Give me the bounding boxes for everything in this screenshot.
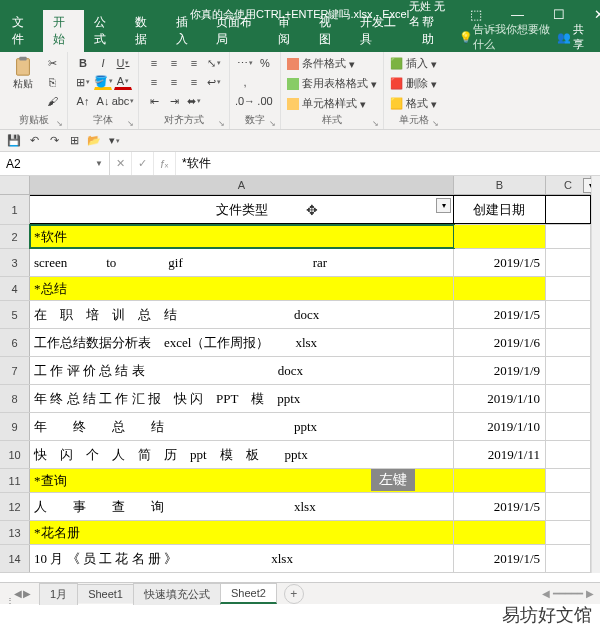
sheet-tab-1[interactable]: 1月	[39, 583, 78, 605]
cell[interactable]	[546, 301, 591, 328]
cell[interactable]	[454, 521, 546, 544]
sheet-nav-next-icon[interactable]: ▶	[23, 588, 31, 599]
qat-new-icon[interactable]: ⊞	[66, 133, 82, 149]
cell[interactable]: 2019/1/9	[454, 357, 546, 384]
row-header[interactable]: 5	[0, 301, 30, 328]
paste-button[interactable]: 粘贴	[6, 55, 40, 91]
row-header[interactable]: 13	[0, 521, 30, 544]
cell[interactable]	[546, 521, 591, 544]
table-format-button[interactable]: 套用表格格式 ▾	[287, 75, 377, 92]
delete-cells-button[interactable]: 🟥 删除 ▾	[390, 75, 437, 92]
font-color-button[interactable]: A	[114, 74, 132, 90]
bold-button[interactable]: B	[74, 55, 92, 71]
number-format-button[interactable]: ⋯	[236, 55, 254, 71]
enter-formula-button[interactable]: ✓	[132, 152, 154, 175]
tab-page-layout[interactable]: 页面布局	[206, 10, 268, 52]
font-grow-button[interactable]: A↑	[74, 93, 92, 109]
row-header[interactable]: 2	[0, 225, 30, 248]
wrap-text-button[interactable]: ↩	[205, 74, 223, 90]
vertical-scrollbar[interactable]	[591, 176, 600, 573]
cell[interactable]: 2019/1/6	[454, 329, 546, 356]
border-button[interactable]: ⊞	[74, 74, 92, 90]
merge-button[interactable]: ⬌	[185, 93, 203, 109]
cell[interactable]: 2019/1/10	[454, 385, 546, 412]
increase-decimal-button[interactable]: .0→	[236, 93, 254, 109]
cell[interactable]: 在 职 培 训 总 结 docx	[30, 301, 454, 328]
tab-insert[interactable]: 插入	[166, 10, 207, 52]
phonetic-button[interactable]: abc	[114, 93, 132, 109]
comma-button[interactable]: ,	[236, 74, 254, 90]
cell[interactable]	[454, 469, 546, 492]
tab-help[interactable]: 帮助	[412, 10, 453, 52]
add-sheet-button[interactable]: +	[284, 584, 304, 604]
cell[interactable]	[454, 225, 546, 248]
insert-function-button[interactable]: fₓ	[154, 152, 176, 175]
cancel-formula-button[interactable]: ✕	[110, 152, 132, 175]
column-header-a[interactable]: A	[30, 176, 454, 195]
cell[interactable]	[546, 441, 591, 468]
row-header[interactable]: 1	[0, 195, 30, 224]
cell[interactable]	[546, 413, 591, 440]
cell[interactable]: 2019/1/5	[454, 249, 546, 276]
tell-me[interactable]: 💡 告诉我你想要做什么	[459, 22, 557, 52]
cell[interactable]: *花名册	[30, 521, 454, 544]
cell[interactable]: 人 事 查 询 xlsx	[30, 493, 454, 520]
column-header-b[interactable]: B	[454, 176, 546, 195]
cell[interactable]: screen to gif rar	[30, 249, 454, 276]
align-right-button[interactable]: ≡	[185, 74, 203, 90]
cell[interactable]	[546, 469, 591, 492]
cell[interactable]: 工作总结数据分析表 excel（工作周报） xlsx	[30, 329, 454, 356]
cell[interactable]	[546, 545, 591, 572]
indent-increase-button[interactable]: ⇥	[165, 93, 183, 109]
fill-color-button[interactable]: 🪣	[94, 74, 112, 90]
worksheet-grid[interactable]: A B C ✥ 1 文件类型 ▾ 创建日期 ▾ 2 *软件 3 screen t…	[0, 176, 600, 573]
cell[interactable]: 年 终 总 结 pptx	[30, 413, 454, 440]
decrease-decimal-button[interactable]: .00	[256, 93, 274, 109]
qat-open-icon[interactable]: 📂	[86, 133, 102, 149]
name-box-dropdown-icon[interactable]: ▼	[95, 159, 103, 168]
row-header[interactable]: 7	[0, 357, 30, 384]
cell[interactable]: 2019/1/5	[454, 301, 546, 328]
cell[interactable]	[546, 277, 591, 300]
tab-review[interactable]: 审阅	[268, 10, 309, 52]
row-header[interactable]: 4	[0, 277, 30, 300]
cell[interactable]: *软件	[30, 225, 454, 248]
sheet-tab-4[interactable]: Sheet2	[220, 583, 277, 604]
cell[interactable]: 2019/1/5	[454, 545, 546, 572]
underline-button[interactable]: U	[114, 55, 132, 71]
row-header[interactable]: 14	[0, 545, 30, 572]
align-middle-button[interactable]: ≡	[165, 55, 183, 71]
qat-customize-icon[interactable]: ▾	[106, 133, 122, 149]
formula-input[interactable]: *软件	[176, 152, 600, 175]
cell[interactable]: 快 闪 个 人 简 历 ppt 模 板 pptx	[30, 441, 454, 468]
indent-decrease-button[interactable]: ⇤	[145, 93, 163, 109]
row-header[interactable]: 3	[0, 249, 30, 276]
tab-data[interactable]: 数据	[125, 10, 166, 52]
align-center-button[interactable]: ≡	[165, 74, 183, 90]
align-left-button[interactable]: ≡	[145, 74, 163, 90]
sheet-nav-prev-icon[interactable]: ◀	[14, 588, 22, 599]
qat-redo-icon[interactable]: ↷	[46, 133, 62, 149]
tab-formulas[interactable]: 公式	[84, 10, 125, 52]
cell[interactable]: 年 终 总 结 工 作 汇 报 快 闪 PPT 模 pptx	[30, 385, 454, 412]
cell[interactable]: 2019/1/11	[454, 441, 546, 468]
row-header[interactable]: 10	[0, 441, 30, 468]
tab-home[interactable]: 开始	[43, 10, 84, 52]
row-header[interactable]: 12	[0, 493, 30, 520]
name-box[interactable]: A2 ▼	[0, 152, 110, 175]
cell[interactable]	[546, 493, 591, 520]
cell[interactable]	[546, 385, 591, 412]
select-all-corner[interactable]	[0, 176, 30, 195]
cell[interactable]: 10 月 《 员 工 花 名 册 》 xlsx	[30, 545, 454, 572]
cell[interactable]	[546, 225, 591, 248]
conditional-format-button[interactable]: 条件格式 ▾	[287, 55, 377, 72]
header-cell-date[interactable]: 创建日期 ▾	[454, 195, 546, 224]
header-cell-filetype[interactable]: 文件类型 ▾	[30, 195, 454, 224]
row-header[interactable]: 6	[0, 329, 30, 356]
qat-undo-icon[interactable]: ↶	[26, 133, 42, 149]
cut-icon[interactable]: ✂	[43, 55, 61, 71]
row-header[interactable]: 11	[0, 469, 30, 492]
sheet-tab-3[interactable]: 快速填充公式	[133, 583, 221, 605]
filter-button[interactable]: ▾	[436, 198, 451, 213]
tab-file[interactable]: 文件	[2, 10, 43, 52]
